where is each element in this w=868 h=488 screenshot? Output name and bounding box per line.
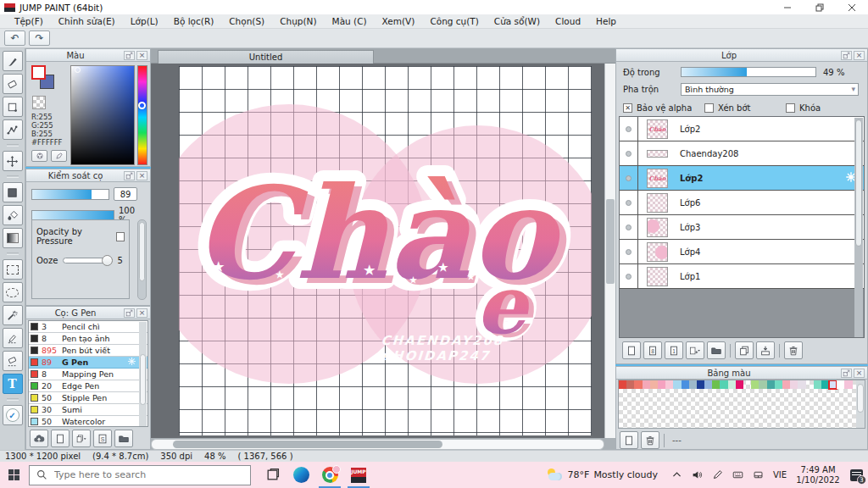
palette-swatch[interactable] <box>775 380 782 389</box>
palette-swatch[interactable] <box>844 380 852 389</box>
brush-cloud-upload-button[interactable] <box>30 430 48 447</box>
popout-icon[interactable] <box>841 369 852 378</box>
scrollbar-thumb[interactable] <box>140 354 146 405</box>
palette-swatch[interactable] <box>782 380 790 389</box>
layer-duplicate-button[interactable] <box>735 341 754 359</box>
brush-new-doc-button[interactable] <box>51 430 70 447</box>
curve-tool[interactable] <box>3 119 23 140</box>
palette-swatch[interactable] <box>689 380 697 389</box>
menu-item[interactable]: Công cụ(T) <box>422 16 486 26</box>
popout-icon[interactable] <box>841 51 852 60</box>
layer-doc-1-button[interactable]: 1 <box>665 341 683 359</box>
brush-script-button[interactable]: S <box>93 430 112 447</box>
palette-swatch[interactable] <box>736 380 743 389</box>
brush-row[interactable]: 20Edge Pen <box>29 380 147 392</box>
start-button[interactable] <box>0 462 29 488</box>
layer-row[interactable]: Lớp6 <box>620 191 864 215</box>
close-button[interactable] <box>836 0 868 14</box>
layer-visibility-cell[interactable] <box>620 215 638 239</box>
clipping-checkbox[interactable] <box>704 103 714 113</box>
scrollbar-thumb[interactable] <box>606 199 615 284</box>
menu-item[interactable]: Cloud <box>548 16 588 26</box>
menu-item[interactable]: Màu (C) <box>325 16 375 26</box>
clock[interactable]: 7:49 AM 1/10/2022 <box>792 465 844 485</box>
brush-row[interactable]: 30Sumi <box>29 404 147 416</box>
brush-control-scrollbar[interactable] <box>137 219 147 300</box>
scrollbar-thumb[interactable] <box>173 441 442 448</box>
visibility-dot-icon[interactable] <box>626 274 632 280</box>
select-lasso-tool[interactable] <box>3 282 23 302</box>
palette-swatch[interactable] <box>806 380 814 389</box>
visibility-dot-icon[interactable] <box>626 249 632 255</box>
undo-button[interactable]: ↶ <box>4 30 25 46</box>
blend-mode-select[interactable]: Bình thường <box>681 83 859 96</box>
weather-widget[interactable]: 78°F Mostly cloudy <box>547 469 666 482</box>
menu-item[interactable]: Xem(V) <box>375 16 423 26</box>
layer-row[interactable]: Lớp3 <box>620 215 864 240</box>
layer-visibility-cell[interactable] <box>620 191 638 214</box>
hue-slider[interactable] <box>137 65 147 165</box>
menu-item[interactable]: Chọn(S) <box>221 16 272 26</box>
pen-button[interactable] <box>707 462 727 488</box>
language-indicator[interactable]: VIE <box>768 470 792 480</box>
brush-tool[interactable] <box>3 51 23 71</box>
palette-swatch[interactable] <box>728 380 736 389</box>
brush-size-slider[interactable] <box>31 189 109 200</box>
palette-swatch[interactable] <box>790 380 798 389</box>
layer-folder-button[interactable] <box>707 341 726 359</box>
ooze-slider[interactable] <box>63 258 112 263</box>
layer-visibility-cell[interactable] <box>620 117 638 141</box>
palette-swatch[interactable] <box>759 380 766 389</box>
restore-button[interactable] <box>804 0 836 14</box>
popout-icon[interactable] <box>124 308 135 318</box>
layer-doc-8-button[interactable]: 8 <box>643 341 662 359</box>
brush-row[interactable]: 8Mapping Pen <box>29 369 147 380</box>
ooze-knob[interactable] <box>102 255 113 266</box>
scrollbar-thumb[interactable] <box>857 384 864 413</box>
palette-trash-button[interactable] <box>641 431 659 449</box>
close-icon[interactable]: × <box>136 308 147 318</box>
palette-swatch[interactable] <box>821 380 829 389</box>
popout-icon[interactable] <box>124 171 135 180</box>
volume-button[interactable] <box>687 462 707 488</box>
edge-button[interactable] <box>287 462 315 488</box>
close-icon[interactable]: × <box>136 171 147 180</box>
layer-visibility-cell[interactable] <box>620 264 638 288</box>
redo-button[interactable]: ↷ <box>29 30 50 46</box>
gradient-tool[interactable] <box>3 228 23 248</box>
brush-row[interactable]: 50Stipple Pen <box>29 392 147 404</box>
protect-alpha-checkbox[interactable] <box>623 103 632 113</box>
palette-scrollbar[interactable] <box>856 380 865 428</box>
visibility-dot-icon[interactable] <box>626 225 632 230</box>
layer-visibility-cell[interactable] <box>620 240 638 263</box>
brush-folder-button[interactable] <box>114 430 133 447</box>
taskbar-search[interactable] <box>29 465 251 485</box>
canvas-horizontal-scrollbar[interactable] <box>151 439 604 450</box>
notification-center-button[interactable]: 3 <box>844 462 868 488</box>
brush-row[interactable]: 8Pen tạo ảnh <box>29 333 147 345</box>
palette-swatch[interactable] <box>767 380 775 389</box>
gear-icon[interactable] <box>127 357 137 369</box>
layer-trash-button[interactable] <box>784 341 803 359</box>
color-picker-button[interactable] <box>51 150 67 162</box>
palette-swatch[interactable] <box>658 380 665 389</box>
layer-row[interactable]: Lớp1 <box>620 264 864 289</box>
tray-expand-button[interactable] <box>666 462 687 488</box>
fg-bg-swatches[interactable] <box>30 65 58 92</box>
visibility-dot-icon[interactable] <box>626 126 632 132</box>
touchpad-button[interactable] <box>748 462 768 488</box>
menu-item[interactable]: Chụp(N) <box>272 16 324 26</box>
cloud-sync-tool[interactable] <box>3 405 23 425</box>
palette-swatch[interactable] <box>798 380 805 389</box>
search-input[interactable] <box>54 469 224 480</box>
layer-row[interactable]: Chaenday208 <box>620 141 864 166</box>
canvas[interactable]: Chào e Chào Chào e e ★ ★ ★ ★ ★ ★ <box>179 66 592 435</box>
layer-merge-button[interactable] <box>756 341 775 359</box>
transparent-color-swatch[interactable] <box>32 96 46 109</box>
bucket-tool[interactable] <box>3 205 23 225</box>
visibility-dot-icon[interactable] <box>626 175 632 181</box>
shape-tool[interactable] <box>3 97 23 117</box>
touch-keyboard-button[interactable] <box>727 462 748 488</box>
layer-new-doc-button[interactable] <box>622 341 641 359</box>
palette-swatch[interactable] <box>697 380 704 389</box>
